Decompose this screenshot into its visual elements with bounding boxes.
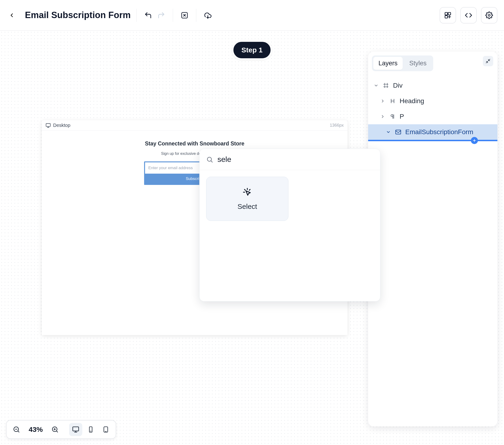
heading-icon: [390, 98, 396, 104]
sync-button[interactable]: [202, 9, 214, 21]
components-icon: [444, 12, 451, 19]
svg-rect-3: [445, 13, 448, 15]
close-square-icon: [181, 12, 188, 19]
redo-button[interactable]: [155, 9, 167, 21]
plus-icon: [472, 139, 476, 142]
tab-styles[interactable]: Styles: [404, 57, 432, 70]
chevron-down-icon: [386, 130, 391, 134]
chevron-right-icon: [380, 99, 385, 103]
svg-rect-7: [46, 123, 50, 126]
device-desktop-button[interactable]: [69, 423, 82, 436]
tab-layers[interactable]: Layers: [373, 57, 403, 70]
toolbar-divider: [136, 9, 137, 22]
tree-node-emailsubscriptionform[interactable]: EmailSubscriptionForm: [368, 124, 497, 140]
svg-rect-33: [73, 427, 79, 431]
close-frame-button[interactable]: [179, 9, 190, 21]
code-button[interactable]: [460, 7, 477, 23]
gear-icon: [486, 12, 493, 19]
back-button[interactable]: [7, 10, 17, 20]
svg-rect-23: [396, 130, 401, 134]
collapse-panel-button[interactable]: [483, 56, 493, 66]
toolbar-divider: [173, 9, 173, 22]
insert-plus-button[interactable]: [471, 137, 478, 144]
step-pill[interactable]: Step 1: [232, 40, 272, 60]
component-option-label: Select: [237, 203, 257, 210]
top-toolbar: Email Subscription Form: [0, 0, 504, 31]
chevron-left-icon: [9, 12, 15, 18]
svg-rect-5: [445, 16, 448, 18]
frame-icon: [383, 83, 389, 88]
mail-icon: [395, 129, 401, 135]
svg-line-14: [244, 189, 245, 190]
viewport-width: 1366px: [330, 123, 344, 128]
svg-rect-4: [448, 13, 451, 15]
right-panel: Layers Styles Div Heading P: [368, 52, 497, 427]
undo-button[interactable]: [142, 9, 154, 21]
tree-node-label: EmailSubscriptionForm: [405, 128, 473, 136]
preview-header: Desktop 1366px: [42, 120, 347, 131]
svg-point-10: [207, 157, 212, 161]
canvas-area[interactable]: Step 1 Desktop 1366px Stay Connected wit…: [0, 31, 504, 445]
device-tablet-button[interactable]: [84, 423, 97, 436]
svg-line-15: [249, 189, 250, 190]
tree-node-label: P: [400, 113, 404, 120]
component-option-select[interactable]: Select: [206, 177, 288, 221]
zoom-in-button[interactable]: [48, 423, 62, 436]
redo-icon: [157, 11, 165, 19]
tree-node-label: Heading: [400, 97, 424, 105]
zoom-out-icon: [13, 426, 20, 433]
layers-tree: Div Heading P EmailSubscriptionForm: [372, 78, 494, 141]
zoom-in-icon: [52, 426, 58, 433]
search-icon: [206, 156, 213, 163]
cloud-sync-icon: [204, 11, 212, 19]
cursor-click-icon: [242, 187, 252, 197]
tree-node-label: Div: [393, 82, 402, 89]
svg-point-6: [488, 14, 490, 16]
preview-heading: Stay Connected with Snowboard Store: [144, 140, 245, 147]
settings-button[interactable]: [481, 7, 497, 23]
chevron-down-icon: [374, 83, 378, 88]
bottom-toolbar: 43%: [6, 420, 116, 439]
component-search-popover: Select: [199, 149, 380, 301]
svg-line-27: [18, 431, 19, 432]
mobile-icon: [103, 426, 109, 433]
tree-node-div[interactable]: Div: [372, 78, 494, 93]
device-mobile-button[interactable]: [99, 423, 112, 436]
zoom-level[interactable]: 43%: [25, 426, 47, 433]
undo-icon: [144, 11, 152, 19]
tree-node-heading[interactable]: Heading: [372, 93, 494, 109]
tree-node-p[interactable]: P: [372, 109, 494, 124]
code-icon: [465, 12, 472, 19]
components-button[interactable]: [440, 7, 456, 23]
desktop-icon: [72, 426, 79, 433]
chevron-right-icon: [380, 114, 385, 119]
viewport-label: Desktop: [53, 123, 70, 128]
desktop-icon: [46, 123, 51, 128]
svg-line-11: [211, 161, 212, 162]
toolbar-divider: [196, 9, 196, 22]
zoom-out-button[interactable]: [10, 423, 23, 436]
paragraph-icon: [390, 114, 396, 119]
tablet-icon: [88, 426, 94, 433]
page-title: Email Subscription Form: [25, 10, 131, 20]
component-search-input[interactable]: [217, 155, 374, 164]
svg-line-30: [56, 431, 58, 432]
component-search-bar[interactable]: [199, 149, 380, 170]
insert-indicator: [368, 140, 497, 141]
collapse-icon: [486, 58, 491, 64]
